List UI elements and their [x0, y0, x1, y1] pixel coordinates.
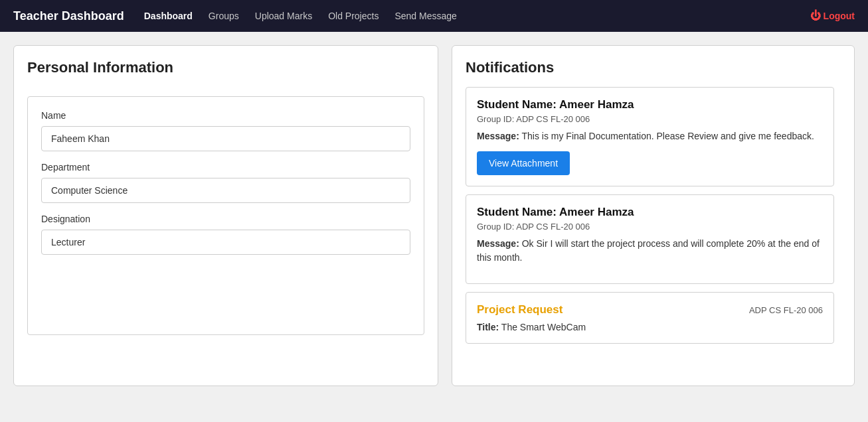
notif-message-label-1: Message:	[477, 131, 519, 141]
notif-group-id-1: Group ID: ADP CS FL-20 006	[477, 114, 823, 124]
notifications-title: Notifications	[466, 59, 841, 76]
navbar-brand: Teacher Dashboard	[13, 9, 124, 23]
notif-group-id-2: Group ID: ADP CS FL-20 006	[477, 222, 823, 232]
notif-message-text-1: This is my Final Documentation. Please R…	[521, 131, 814, 141]
notif-student-name-1: Student Name: Ameer Hamza	[477, 98, 823, 111]
nav-link-old-projects[interactable]: Old Projects	[328, 11, 379, 21]
navbar: Teacher Dashboard Dashboard Groups Uploa…	[0, 0, 868, 32]
view-attachment-button-1[interactable]: View Attachment	[477, 151, 570, 175]
notif-student-name-2: Student Name: Ameer Hamza	[477, 206, 823, 219]
info-section: Name Faheem Khan Department Computer Sci…	[27, 96, 424, 335]
name-label: Name	[41, 110, 410, 121]
designation-value: Lecturer	[41, 230, 410, 255]
notification-card-1: Student Name: Ameer Hamza Group ID: ADP …	[466, 87, 834, 186]
notif-message-label-2: Message:	[477, 238, 519, 249]
logout-label: Logout	[824, 11, 855, 21]
project-title-text: Title: The Smart WebCam	[477, 322, 823, 332]
notifications-scroll[interactable]: Student Name: Ameer Hamza Group ID: ADP …	[466, 87, 841, 372]
nav-links: Dashboard Groups Upload Marks Old Projec…	[144, 11, 810, 21]
project-request-card: Project Request ADP CS FL-20 006 Title: …	[466, 292, 834, 344]
notifications-panel: Notifications Student Name: Ameer Hamza …	[452, 45, 855, 386]
power-icon: ⏻	[810, 10, 821, 22]
project-request-title: Project Request	[477, 303, 563, 316]
personal-info-title: Personal Information	[27, 59, 424, 83]
nav-link-send-message[interactable]: Send Message	[394, 11, 456, 21]
department-value: Computer Science	[41, 178, 410, 203]
notif-message-text-2: Ok Sir I will start the project process …	[477, 238, 820, 263]
project-group-id: ADP CS FL-20 006	[749, 305, 823, 315]
nav-link-upload-marks[interactable]: Upload Marks	[255, 11, 312, 21]
notif-message-1: Message: This is my Final Documentation.…	[477, 129, 823, 143]
name-value: Faheem Khan	[41, 126, 410, 151]
project-title-value: The Smart WebCam	[501, 322, 586, 332]
notification-card-2: Student Name: Ameer Hamza Group ID: ADP …	[466, 194, 834, 284]
designation-label: Designation	[41, 214, 410, 224]
notif-message-2: Message: Ok Sir I will start the project…	[477, 237, 823, 265]
main-content: Personal Information Name Faheem Khan De…	[0, 32, 868, 399]
personal-info-panel: Personal Information Name Faheem Khan De…	[13, 45, 438, 386]
logout-button[interactable]: ⏻ Logout	[810, 10, 855, 22]
department-label: Department	[41, 162, 410, 173]
nav-link-dashboard[interactable]: Dashboard	[144, 11, 193, 21]
project-title-label: Title:	[477, 322, 499, 332]
project-request-header: Project Request ADP CS FL-20 006	[477, 303, 823, 316]
nav-link-groups[interactable]: Groups	[209, 11, 239, 21]
